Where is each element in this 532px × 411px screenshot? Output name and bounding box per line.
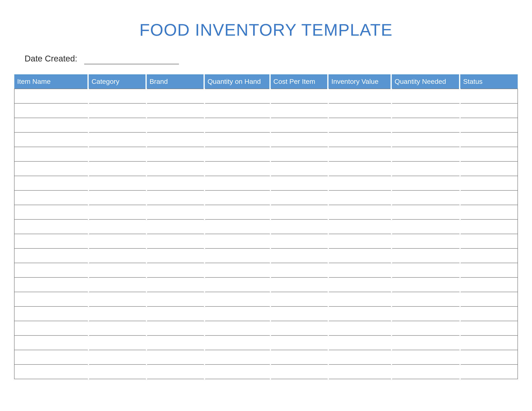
table-cell[interactable]	[146, 364, 204, 379]
table-cell[interactable]	[328, 263, 391, 277]
table-cell[interactable]	[146, 277, 204, 292]
table-cell[interactable]	[204, 132, 270, 147]
table-cell[interactable]	[204, 234, 270, 248]
table-cell[interactable]	[328, 219, 391, 234]
table-cell[interactable]	[146, 118, 204, 132]
table-cell[interactable]	[204, 161, 270, 176]
table-cell[interactable]	[14, 234, 88, 248]
table-cell[interactable]	[88, 321, 146, 336]
table-cell[interactable]	[328, 364, 391, 379]
table-cell[interactable]	[88, 132, 146, 147]
table-cell[interactable]	[146, 132, 204, 147]
table-cell[interactable]	[460, 336, 518, 350]
table-cell[interactable]	[14, 350, 88, 364]
table-cell[interactable]	[146, 307, 204, 321]
table-cell[interactable]	[204, 219, 270, 234]
table-cell[interactable]	[204, 89, 270, 103]
table-cell[interactable]	[88, 248, 146, 263]
table-cell[interactable]	[270, 307, 328, 321]
table-cell[interactable]	[204, 350, 270, 364]
table-cell[interactable]	[14, 161, 88, 176]
table-cell[interactable]	[204, 263, 270, 277]
table-cell[interactable]	[88, 350, 146, 364]
table-cell[interactable]	[14, 103, 88, 118]
table-cell[interactable]	[391, 321, 460, 336]
table-cell[interactable]	[146, 263, 204, 277]
table-cell[interactable]	[270, 190, 328, 205]
table-cell[interactable]	[270, 89, 328, 103]
table-cell[interactable]	[270, 219, 328, 234]
table-cell[interactable]	[146, 321, 204, 336]
table-cell[interactable]	[328, 132, 391, 147]
table-cell[interactable]	[391, 176, 460, 190]
table-cell[interactable]	[391, 292, 460, 307]
date-created-input-line[interactable]	[84, 64, 179, 64]
table-cell[interactable]	[391, 277, 460, 292]
table-cell[interactable]	[328, 103, 391, 118]
table-cell[interactable]	[204, 147, 270, 161]
table-cell[interactable]	[328, 234, 391, 248]
table-cell[interactable]	[460, 248, 518, 263]
table-cell[interactable]	[391, 234, 460, 248]
table-cell[interactable]	[204, 336, 270, 350]
table-cell[interactable]	[14, 89, 88, 103]
table-cell[interactable]	[460, 176, 518, 190]
table-cell[interactable]	[146, 234, 204, 248]
table-cell[interactable]	[460, 292, 518, 307]
table-cell[interactable]	[391, 190, 460, 205]
table-cell[interactable]	[328, 277, 391, 292]
table-cell[interactable]	[391, 364, 460, 379]
table-cell[interactable]	[88, 176, 146, 190]
table-cell[interactable]	[270, 248, 328, 263]
table-cell[interactable]	[328, 292, 391, 307]
table-cell[interactable]	[146, 161, 204, 176]
table-cell[interactable]	[391, 147, 460, 161]
table-cell[interactable]	[328, 336, 391, 350]
table-cell[interactable]	[391, 219, 460, 234]
table-cell[interactable]	[270, 132, 328, 147]
table-cell[interactable]	[460, 350, 518, 364]
table-cell[interactable]	[146, 248, 204, 263]
table-cell[interactable]	[146, 89, 204, 103]
table-cell[interactable]	[88, 336, 146, 350]
table-cell[interactable]	[328, 89, 391, 103]
table-cell[interactable]	[146, 205, 204, 219]
table-cell[interactable]	[204, 190, 270, 205]
table-cell[interactable]	[270, 350, 328, 364]
table-cell[interactable]	[391, 89, 460, 103]
table-cell[interactable]	[460, 118, 518, 132]
table-cell[interactable]	[270, 277, 328, 292]
table-cell[interactable]	[88, 263, 146, 277]
table-cell[interactable]	[460, 103, 518, 118]
table-cell[interactable]	[391, 263, 460, 277]
table-cell[interactable]	[204, 176, 270, 190]
table-cell[interactable]	[270, 292, 328, 307]
table-cell[interactable]	[391, 336, 460, 350]
table-cell[interactable]	[270, 205, 328, 219]
table-cell[interactable]	[460, 205, 518, 219]
table-cell[interactable]	[14, 176, 88, 190]
table-cell[interactable]	[328, 248, 391, 263]
table-cell[interactable]	[270, 364, 328, 379]
table-cell[interactable]	[460, 190, 518, 205]
table-cell[interactable]	[14, 205, 88, 219]
table-cell[interactable]	[88, 234, 146, 248]
table-cell[interactable]	[391, 205, 460, 219]
table-cell[interactable]	[460, 161, 518, 176]
table-cell[interactable]	[204, 103, 270, 118]
table-cell[interactable]	[14, 292, 88, 307]
table-cell[interactable]	[204, 118, 270, 132]
table-cell[interactable]	[88, 307, 146, 321]
table-cell[interactable]	[328, 205, 391, 219]
table-cell[interactable]	[270, 176, 328, 190]
table-cell[interactable]	[14, 147, 88, 161]
table-cell[interactable]	[204, 248, 270, 263]
table-cell[interactable]	[88, 103, 146, 118]
table-cell[interactable]	[204, 364, 270, 379]
table-cell[interactable]	[88, 89, 146, 103]
table-cell[interactable]	[391, 103, 460, 118]
table-cell[interactable]	[14, 219, 88, 234]
table-cell[interactable]	[88, 118, 146, 132]
table-cell[interactable]	[146, 219, 204, 234]
table-cell[interactable]	[460, 321, 518, 336]
